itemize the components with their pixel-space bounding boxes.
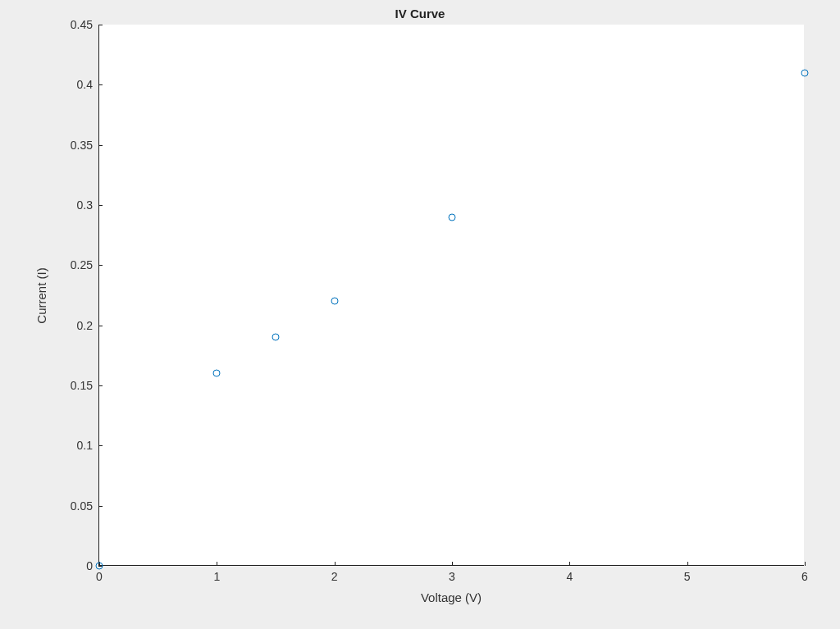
y-tick-label: 0.3 [77,198,93,212]
data-point [449,213,456,221]
y-axis-label: Current (I) [34,267,48,323]
data-point [272,334,280,341]
y-tick [98,506,103,507]
data-point [213,370,221,377]
y-tick-label: 0.25 [71,258,93,271]
x-tick-label: 6 [801,570,808,583]
x-tick-label: 2 [331,570,338,583]
y-tick-label: 0.2 [77,319,93,332]
x-tick [335,562,336,566]
y-tick [98,326,103,326]
figure: IV Curve Current (I) 012345600.050.10.15… [0,0,840,629]
y-tick-label: 0.4 [77,78,93,91]
x-tick-label: 0 [96,570,103,583]
x-axis-label: Voltage (V) [98,590,804,604]
y-tick [98,445,103,446]
x-tick-label: 4 [566,570,573,583]
x-tick [805,562,806,566]
y-axis-label-container: Current (I) [33,25,49,566]
x-tick [687,562,688,566]
y-tick [98,25,103,25]
y-tick [98,385,103,386]
y-tick-label: 0.1 [77,439,93,452]
y-tick [98,205,103,206]
y-tick-label: 0 [86,559,93,572]
x-tick-label: 5 [684,570,691,583]
y-tick [98,145,103,146]
x-tick [452,562,453,566]
x-tick [569,562,570,566]
y-tick [98,84,103,85]
data-point [96,563,103,570]
y-tick-label: 0.45 [71,18,93,31]
y-tick-label: 0.15 [71,379,93,392]
y-tick-label: 0.05 [71,499,93,513]
y-tick [98,265,103,266]
plot-area: 012345600.050.10.150.20.250.30.350.40.45 [98,25,804,566]
y-tick-label: 0.35 [71,139,93,152]
x-tick-label: 1 [213,570,220,583]
data-point [331,298,338,305]
x-tick [217,562,217,566]
data-point [801,69,809,76]
x-tick-label: 3 [449,570,455,583]
chart-title: IV Curve [0,7,840,21]
